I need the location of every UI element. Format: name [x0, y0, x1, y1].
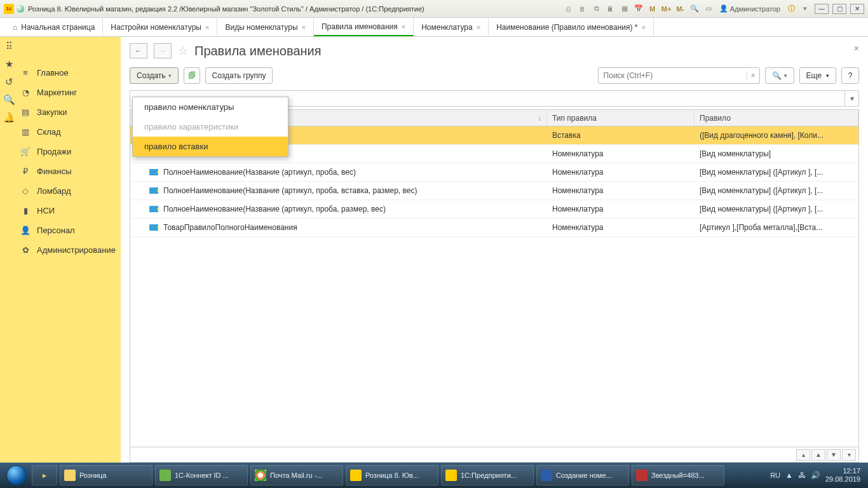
dropdown-icon[interactable]: ▾ [799, 3, 811, 15]
cell-rule: [Артикул ],[Проба металла],[Вста... [695, 223, 858, 232]
create-dropdown: правило номенклатуры правило характерист… [132, 97, 288, 157]
sidebar-item-purchases[interactable]: ▤Закупки [18, 102, 121, 122]
tab-kinds-nomenclature[interactable]: Виды номенклатуры × [217, 18, 314, 36]
close-icon[interactable]: × [302, 24, 306, 31]
search-icon: 🔍 [772, 71, 782, 80]
user-icon: 👤 [719, 4, 728, 13]
nav-back-button[interactable]: ← [130, 43, 147, 58]
tray-vol-icon[interactable]: 🔊 [811, 471, 820, 480]
info-icon[interactable]: ⓘ [785, 3, 797, 15]
start-button[interactable] [4, 464, 29, 486]
tab-naming-rules[interactable]: Правила именования × [314, 18, 414, 36]
help-button[interactable]: ? [841, 67, 859, 84]
filter-dropdown-icon[interactable]: ▾ [844, 91, 858, 106]
history-icon[interactable]: ↺ [3, 76, 15, 88]
tool-print-icon[interactable]: ⎙ [563, 3, 574, 15]
taskbar-item[interactable]: 1С-Коннект ID ... [155, 465, 248, 485]
word-icon [541, 470, 552, 481]
clear-search-icon[interactable]: × [747, 71, 759, 80]
tab-nomenclature[interactable]: Номенклатура × [414, 18, 489, 36]
tool-m-minus[interactable]: M- [675, 3, 686, 15]
dropdown-item-nomenclature-rule[interactable]: правило номенклатуры [133, 97, 288, 117]
apps-icon[interactable]: ⠿ [3, 41, 15, 52]
taskbar-item[interactable]: Розница [60, 465, 153, 485]
taskbar-item[interactable]: Розница 8. Юв... [346, 465, 438, 485]
minimize-button[interactable]: — [815, 4, 829, 14]
search-input[interactable] [599, 71, 747, 80]
taskbar-item[interactable]: Звездный=483... [632, 465, 724, 485]
create-button[interactable]: Создать ▾ [130, 67, 179, 84]
page-close-icon[interactable]: × [854, 43, 859, 53]
search-icon[interactable]: 🔍 [3, 94, 15, 105]
tool-zoom-icon[interactable]: 🔍 [689, 3, 700, 15]
lang-indicator[interactable]: RU [770, 471, 780, 479]
more-button[interactable]: Еще▾ [799, 67, 836, 84]
tab-naming-edit[interactable]: Наименование (Правило именования) * × [489, 18, 654, 36]
sidebar-item-warehouse[interactable]: ▥Склад [18, 122, 121, 142]
scroll-bottom-icon[interactable]: ▾ [842, 449, 856, 461]
taskbar-item[interactable]: Создание номе... [536, 465, 629, 485]
sidebar-item-admin[interactable]: ✿Администрирование [18, 240, 121, 260]
bell-icon[interactable]: 🔔 [3, 112, 15, 123]
nav-forward-button[interactable]: → [154, 43, 172, 58]
table-row[interactable]: ТоварПравилоПолногоНаименования Номенкла… [130, 219, 858, 237]
sidebar-item-personnel[interactable]: 👤Персонал [18, 220, 121, 240]
table-row[interactable]: ПолноеНаименование(Название (артикул, пр… [130, 200, 858, 219]
table-row[interactable]: ПолноеНаименование(Название (артикул, пр… [130, 163, 858, 182]
create-group-button[interactable]: Создать группу [205, 67, 273, 84]
sidebar-item-marketing[interactable]: ◔Маркетинг [18, 83, 121, 102]
search-button[interactable]: 🔍▾ [765, 67, 794, 84]
search-field[interactable]: × [598, 67, 760, 84]
tab-home[interactable]: ⌂ Начальная страница [5, 18, 103, 36]
tray-flag-icon[interactable]: ▲ [785, 471, 793, 480]
cell-rule: [Вид номенклатуры] ([Артикул ], [... [695, 205, 858, 214]
taskbar-explorer[interactable]: ▸ [32, 465, 57, 485]
app-1c-icon [350, 470, 362, 481]
maximize-button[interactable]: ▢ [832, 4, 846, 14]
admin-badge[interactable]: 👤 Администратор [717, 4, 783, 13]
tool-compare-icon[interactable]: ⧉ [591, 3, 602, 15]
menu-icon: ≡ [20, 68, 31, 78]
sidebar-item-lombard[interactable]: ◇Ломбард [18, 181, 121, 201]
tool-table-icon[interactable]: ▦ [619, 3, 630, 15]
tool-m-plus[interactable]: M+ [661, 3, 672, 15]
folder-icon [64, 470, 76, 481]
menu-icon: 🛒 [20, 147, 31, 156]
dropdown-item-insert-rule[interactable]: правило вставки [133, 137, 288, 156]
tab-label: Виды номенклатуры [225, 23, 297, 32]
scroll-down-icon[interactable]: ▼ [827, 449, 841, 461]
tool-calendar-icon[interactable]: 📅 [633, 3, 644, 15]
table-row[interactable]: ПолноеНаименование(Название (артикул, пр… [130, 182, 858, 200]
close-icon[interactable]: × [402, 23, 405, 30]
taskbar-item[interactable]: Почта Mail.ru -... [250, 465, 343, 485]
favorite-icon[interactable]: ☆ [178, 44, 188, 58]
tool-panel-icon[interactable]: ▭ [703, 3, 714, 15]
tab-settings-nomenclature[interactable]: Настройки номенклатуры × [103, 18, 217, 36]
clock-date: 29.08.2019 [825, 475, 860, 484]
sidebar-item-sales[interactable]: 🛒Продажи [18, 142, 121, 161]
copy-button[interactable]: 🗐 [184, 67, 200, 84]
row-icon [149, 224, 158, 231]
close-icon[interactable]: × [205, 24, 209, 31]
close-icon[interactable]: × [477, 24, 480, 31]
clock[interactable]: 12:17 29.08.2019 [825, 467, 860, 484]
sidebar-item-label: Склад [37, 127, 61, 137]
sidebar-item-nsi[interactable]: ▮НСИ [18, 201, 121, 220]
column-header-rule[interactable]: Правило [695, 110, 858, 126]
sidebar-item-finance[interactable]: ₽Финансы [18, 161, 121, 181]
scroll-top-icon[interactable]: ▴ [796, 449, 810, 461]
close-button[interactable]: ✕ [850, 4, 864, 14]
sidebar-item-main[interactable]: ≡Главное [18, 63, 121, 83]
tool-m[interactable]: M [647, 3, 658, 15]
tool-calc-icon[interactable]: 🖩 [605, 3, 616, 15]
taskbar-item[interactable]: 1С:Предприяти... [441, 465, 534, 485]
tool-doc-icon[interactable]: 🗎 [577, 3, 588, 15]
star-icon[interactable]: ★ [3, 58, 15, 70]
sidebar-item-label: Ломбард [37, 186, 71, 196]
tray-net-icon[interactable]: 🖧 [798, 471, 806, 480]
scroll-up-icon[interactable]: ▲ [811, 449, 825, 461]
tab-label: Наименование (Правило именования) * [496, 23, 637, 32]
close-icon[interactable]: × [642, 24, 646, 31]
menu-icon: ▮ [20, 206, 31, 215]
column-header-type[interactable]: Тип правила [547, 110, 695, 126]
